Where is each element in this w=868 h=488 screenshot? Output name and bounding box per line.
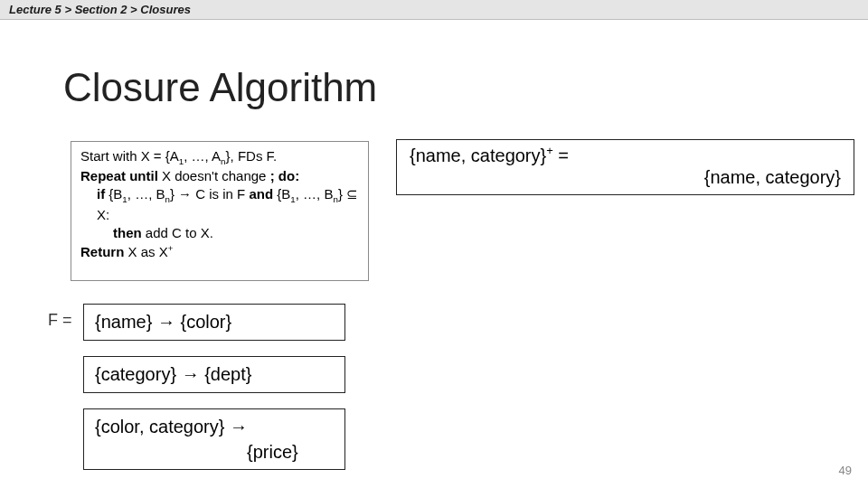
fd-text: {category} → {dept} xyxy=(95,364,251,384)
fd-box-2: {category} → {dept} xyxy=(83,356,345,393)
closure-result: {name, category} xyxy=(704,167,841,188)
breadcrumb-sep: > xyxy=(130,3,137,16)
page-number: 49 xyxy=(839,464,852,477)
slide-area: Closure Algorithm Start with X = {A1, …,… xyxy=(0,20,868,486)
page-title: Closure Algorithm xyxy=(63,65,377,110)
breadcrumb-part-1: Lecture 5 xyxy=(9,3,61,16)
fd-text: {color, category} → xyxy=(95,417,248,436)
breadcrumb-part-2: Section 2 xyxy=(75,3,127,16)
closure-expr: {name, category}+ = xyxy=(410,144,569,166)
algo-line-return: Return X as X+ xyxy=(80,242,359,261)
breadcrumb-part-3: Closures xyxy=(140,3,191,16)
algo-line-repeat: Repeat until X doesn't change ; do: xyxy=(80,167,359,185)
algo-line-if: if {B1, …, Bn} → C is in F and {B1, …, B… xyxy=(80,185,359,223)
fd-box-3: {color, category} → {price} xyxy=(83,408,345,470)
fd-text-rhs: {price} xyxy=(247,442,298,463)
algo-line-then: then add C to X. xyxy=(80,224,359,242)
closure-box: {name, category}+ = {name, category} xyxy=(396,139,854,195)
fd-text: {name} → {color} xyxy=(95,312,231,332)
breadcrumb-sep: > xyxy=(64,3,71,16)
breadcrumb: Lecture 5 > Section 2 > Closures xyxy=(0,0,868,20)
algo-line-start: Start with X = {A1, …, An}, FDs F. xyxy=(80,147,359,167)
algorithm-box: Start with X = {A1, …, An}, FDs F. Repea… xyxy=(71,141,369,281)
fd-box-1: {name} → {color} xyxy=(83,304,345,341)
f-equals-label: F = xyxy=(48,311,72,330)
